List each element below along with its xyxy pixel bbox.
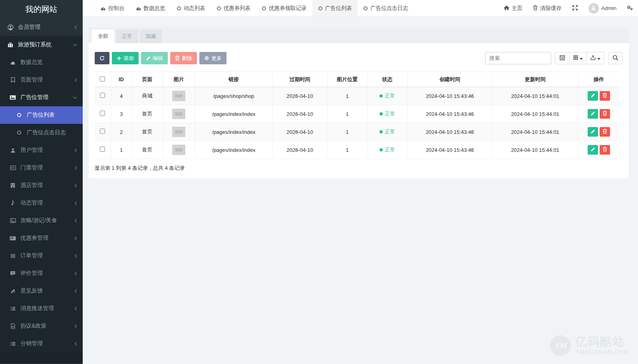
button-label: 删除 bbox=[182, 55, 192, 62]
sidebar-item-message-push-manage[interactable]: 消息推送管理 bbox=[0, 300, 83, 317]
status-label: 正常 bbox=[385, 146, 395, 153]
topnav-tab-label: 优惠券列表 bbox=[224, 5, 251, 12]
search-input[interactable] bbox=[485, 52, 551, 64]
sidebar-item-data-overview[interactable]: 数据总览 bbox=[0, 54, 83, 71]
topnav-tab-ad-slot-list[interactable]: 广告位列表 bbox=[312, 0, 358, 16]
user-menu[interactable]: Admin bbox=[583, 0, 622, 16]
topnav-tab-coupon-list[interactable]: 优惠券列表 bbox=[211, 0, 256, 16]
sidebar-item-member-manage[interactable]: 会员管理 bbox=[0, 18, 83, 36]
sidebar-item-label: 酒店管理 bbox=[20, 182, 43, 189]
panel-body: 添加编辑删除更多 ID页面图片链接过期时间图片位置状态创建时间更新时间操作 4商… bbox=[89, 43, 629, 178]
sidebar-item-page-manage[interactable]: 页面管理 bbox=[0, 71, 83, 89]
row-delete-button[interactable] bbox=[600, 127, 610, 137]
sidebar-item-label: 消息推送管理 bbox=[20, 305, 54, 312]
gear-icon bbox=[204, 56, 209, 61]
home-link[interactable]: 主页 bbox=[499, 0, 528, 16]
sidebar-item-activity-manage[interactable]: 动态管理 bbox=[0, 194, 83, 212]
column-header[interactable]: 过期时间 bbox=[272, 72, 327, 87]
broken-image-thumb[interactable] bbox=[172, 91, 185, 101]
broken-image-thumb[interactable] bbox=[172, 145, 185, 155]
broken-image-thumb[interactable] bbox=[172, 109, 185, 119]
sidebar-item-ad-slot-list[interactable]: 广告位列表 bbox=[0, 106, 83, 124]
sidebar-item-feedback[interactable]: 意见反馈 bbox=[0, 282, 83, 300]
sidebar-item-ticket-manage[interactable]: 门票管理 bbox=[0, 159, 83, 177]
settings-button[interactable] bbox=[622, 0, 638, 16]
select-all-header[interactable] bbox=[95, 72, 111, 87]
column-header[interactable]: 创建时间 bbox=[407, 72, 492, 87]
button-label: 编辑 bbox=[153, 55, 163, 62]
status-filter-tabs: 全部正常隐藏 bbox=[89, 27, 629, 43]
row-checkbox[interactable] bbox=[100, 93, 105, 98]
row-edit-button[interactable] bbox=[588, 91, 598, 101]
topnav-tab-ad-slot-click-log[interactable]: 广告位点击日志 bbox=[358, 0, 414, 16]
column-header[interactable]: 图片 bbox=[163, 72, 195, 87]
user-icon bbox=[591, 5, 596, 12]
row-edit-button[interactable] bbox=[588, 127, 598, 137]
status-label: 正常 bbox=[385, 92, 395, 99]
clear-cache-button[interactable]: 清除缓存 bbox=[528, 0, 567, 16]
sidebar-item-ad-slot-click-log[interactable]: 广告位点击日志 bbox=[0, 124, 83, 141]
filter-tab-hidden[interactable]: 隐藏 bbox=[140, 30, 162, 43]
add-button[interactable]: 添加 bbox=[112, 52, 139, 64]
id-cell: 3 bbox=[111, 105, 132, 123]
row-delete-button[interactable] bbox=[600, 91, 610, 101]
image-cell bbox=[163, 87, 195, 105]
filter-tab-all[interactable]: 全部 bbox=[92, 30, 114, 43]
row-checkbox[interactable] bbox=[100, 147, 105, 152]
trash-icon bbox=[602, 147, 607, 153]
list-icon bbox=[8, 306, 18, 311]
row-delete-button[interactable] bbox=[600, 109, 610, 119]
chevron-down-icon bbox=[73, 96, 77, 99]
caret-down-icon bbox=[580, 55, 583, 61]
detail-view-button[interactable] bbox=[555, 52, 570, 64]
doc-icon bbox=[8, 323, 18, 329]
more-button[interactable]: 更多 bbox=[199, 52, 227, 64]
row-checkbox[interactable] bbox=[100, 111, 105, 116]
delete-button[interactable]: 删除 bbox=[170, 52, 197, 64]
sidebar-item-hotel-manage[interactable]: 酒店管理 bbox=[0, 177, 83, 194]
column-header[interactable]: 更新时间 bbox=[492, 72, 578, 87]
actions-cell bbox=[578, 141, 619, 159]
status-label: 正常 bbox=[385, 128, 395, 135]
row-edit-button[interactable] bbox=[588, 145, 598, 155]
sidebar-item-coupon-manage[interactable]: 优惠券管理 bbox=[0, 229, 83, 247]
row-checkbox[interactable] bbox=[100, 129, 105, 134]
columns-dropdown-button[interactable] bbox=[570, 52, 587, 64]
row-delete-button[interactable] bbox=[600, 145, 610, 155]
broken-image-thumb[interactable] bbox=[172, 127, 185, 137]
sidebar-item-travel-booking-system[interactable]: 旅游预订系统 bbox=[0, 36, 83, 54]
sidebar-item-label: 订单管理 bbox=[20, 252, 43, 259]
export-dropdown-button[interactable] bbox=[587, 52, 604, 64]
topnav-tab-activity-list[interactable]: 动态列表 bbox=[171, 0, 211, 16]
sidebar-item-user-manage[interactable]: 用户管理 bbox=[0, 141, 83, 159]
chevron-left-icon bbox=[74, 236, 77, 241]
search-button[interactable] bbox=[608, 52, 623, 64]
sidebar-item-ad-slot-manage[interactable]: 广告位管理 bbox=[0, 89, 83, 106]
sidebar-item-agreement-policy[interactable]: 协议&政策 bbox=[0, 317, 83, 335]
topnav-tab-label: 动态列表 bbox=[184, 5, 205, 12]
sidebar-item-distribution-manage[interactable]: 分销管理 bbox=[0, 335, 83, 352]
sidebar-item-guide-manage[interactable]: 攻略/游记/美食 bbox=[0, 212, 83, 229]
topnav-tab-console[interactable]: 控制台 bbox=[95, 0, 130, 16]
topnav-tab-data-overview[interactable]: 数据总览 bbox=[130, 0, 171, 16]
row-edit-button[interactable] bbox=[588, 109, 598, 119]
sidebar-item-review-manage[interactable]: 评价管理 bbox=[0, 265, 83, 282]
updated-cell: 2024-04-10 15:44:01 bbox=[492, 123, 578, 141]
topnav-tab-coupon-claim-log[interactable]: 优惠券领取记录 bbox=[256, 0, 312, 16]
sidebar-toggle-button[interactable] bbox=[83, 0, 95, 16]
sidebar-item-order-manage[interactable]: 订单管理 bbox=[0, 247, 83, 265]
sidebar-item-label: 用户管理 bbox=[20, 147, 43, 154]
travel-icon bbox=[6, 42, 15, 48]
chevron-left-icon bbox=[74, 289, 77, 293]
column-header[interactable]: 页面 bbox=[132, 72, 163, 87]
column-header[interactable]: ID bbox=[111, 72, 132, 87]
column-header[interactable]: 图片位置 bbox=[327, 72, 367, 87]
column-header[interactable]: 状态 bbox=[367, 72, 407, 87]
refresh-button[interactable] bbox=[95, 52, 109, 64]
fullscreen-button[interactable] bbox=[567, 0, 583, 16]
column-header[interactable]: 操作 bbox=[578, 72, 619, 87]
edit-button[interactable]: 编辑 bbox=[141, 52, 168, 64]
filter-tab-normal[interactable]: 正常 bbox=[116, 30, 138, 43]
select-all-checkbox[interactable] bbox=[100, 76, 105, 82]
column-header[interactable]: 链接 bbox=[195, 72, 272, 87]
